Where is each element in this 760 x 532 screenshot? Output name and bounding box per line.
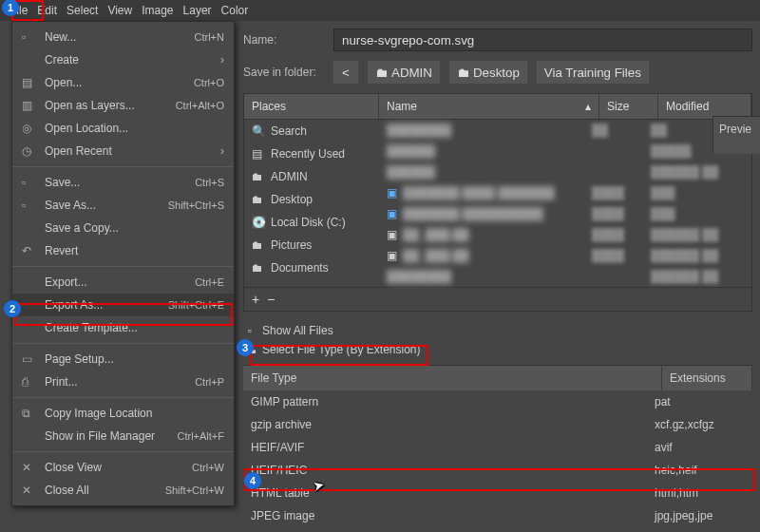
menu-label: Open...: [45, 76, 194, 89]
menu-item-close-view[interactable]: ✕ Close View Ctrl+W: [12, 456, 234, 479]
callout-4: 4: [244, 472, 261, 489]
separator: [12, 343, 234, 344]
menu-item-export[interactable]: Export... Ctrl+E: [12, 271, 234, 294]
file-row[interactable]: ██████████████ ██: [379, 266, 751, 287]
show-all-files-toggle[interactable]: ▫ Show All Files: [243, 321, 752, 340]
ft-type: HEIF/AVIF: [251, 441, 655, 454]
menu-item-create[interactable]: Create ›: [12, 48, 234, 71]
menu-image[interactable]: Image: [142, 4, 173, 17]
file-type-row[interactable]: HEIF/AVIFavif: [243, 436, 752, 459]
disk-icon: 💽: [252, 216, 265, 229]
file-row[interactable]: ▣██_███.████████████ ██: [379, 224, 751, 245]
breadcrumb-desktop[interactable]: 🖿Desktop: [449, 61, 527, 84]
menu-edit[interactable]: Edit: [37, 4, 57, 17]
menubar: File Edit Select View Image Layer Color: [0, 0, 760, 21]
menu-item-print[interactable]: ⎙ Print... Ctrl+P: [12, 370, 234, 393]
menu-item-save[interactable]: ▫ Save... Ctrl+S: [12, 171, 234, 194]
menu-item-save-copy[interactable]: Save a Copy...: [12, 217, 234, 239]
col-extensions[interactable]: Extensions: [662, 366, 752, 390]
menu-shortcut: Ctrl+S: [195, 177, 224, 188]
menu-shortcut: Ctrl+Alt+O: [176, 100, 224, 111]
chevron-right-icon: ›: [220, 53, 224, 66]
file-browser-header: Places Name ▴ Size Modified: [244, 94, 751, 120]
menu-label: Save a Copy...: [45, 221, 224, 235]
ft-ext: html,htm: [655, 486, 745, 500]
menu-label: Close View: [45, 461, 192, 474]
file-row[interactable]: ▣███████ ████ ██████████████: [379, 182, 751, 203]
breadcrumb-current[interactable]: Via Training Files: [537, 61, 649, 84]
menu-label: Revert: [45, 244, 224, 257]
places-label: ADMIN: [271, 170, 308, 183]
opt-label: Select File Type (By Extension): [262, 343, 421, 356]
select-file-type-toggle[interactable]: ▬ Select File Type (By Extension): [243, 340, 752, 359]
menu-label: Page Setup...: [45, 352, 224, 366]
ft-ext: avif: [655, 441, 745, 454]
add-place-button[interactable]: +: [252, 292, 259, 307]
filename-input[interactable]: [333, 28, 752, 51]
menu-label: New...: [45, 30, 195, 44]
menu-item-page-setup[interactable]: ▭ Page Setup...: [12, 348, 234, 370]
places-item-pictures[interactable]: 🖿Pictures: [244, 234, 379, 256]
menu-item-open-layers[interactable]: ▥ Open as Layers... Ctrl+Alt+O: [12, 94, 234, 117]
file-row[interactable]: ▣██_███.████████████ ██: [379, 245, 751, 266]
places-item-local-disk[interactable]: 💽Local Disk (C:): [244, 211, 379, 234]
save-in-label: Save in folder:: [243, 66, 324, 79]
file-type-row[interactable]: gzip archivexcf.gz,xcfgz: [243, 413, 752, 436]
folder-icon: 🖿: [375, 66, 388, 80]
menu-label: Open as Layers...: [45, 99, 176, 112]
menu-item-copy-image-location[interactable]: ⧉ Copy Image Location: [12, 402, 234, 425]
menu-item-show-in-file-manager[interactable]: Show in File Manager Ctrl+Alt+F: [12, 425, 234, 447]
save-icon: ▫: [22, 176, 37, 189]
col-file-type[interactable]: File Type: [243, 366, 662, 390]
file-icon: ▣: [387, 186, 397, 200]
places-item-admin[interactable]: 🖿ADMIN: [244, 165, 379, 188]
file-row[interactable]: ████████████ ██: [379, 162, 751, 182]
col-size[interactable]: Size: [599, 94, 658, 119]
places-label: Documents: [271, 261, 329, 275]
places-item-search[interactable]: 🔍Search: [244, 120, 379, 142]
menu-layer[interactable]: Layer: [183, 4, 212, 17]
places-footer: + −: [244, 287, 751, 311]
places-item-recent[interactable]: ▤Recently Used: [244, 142, 379, 165]
menu-item-open[interactable]: ▤ Open... Ctrl+O: [12, 71, 234, 94]
places-item-documents[interactable]: 🖿Documents: [244, 256, 379, 279]
menu-label: Close All: [45, 484, 165, 497]
file-type-header: File Type Extensions: [243, 366, 752, 390]
name-label: Name:: [243, 33, 324, 47]
file-row[interactable]: ███████████: [379, 141, 751, 162]
menu-item-export-as[interactable]: Export As... Shift+Ctrl+E: [12, 294, 234, 316]
breadcrumb-admin[interactable]: 🖿ADMIN: [368, 61, 440, 84]
menu-label: Open Location...: [45, 122, 224, 135]
places-item-desktop[interactable]: 🖿Desktop: [244, 188, 379, 211]
breadcrumb-back-button[interactable]: <: [333, 61, 358, 84]
separator: [12, 166, 234, 167]
options: ▫ Show All Files ▬ Select File Type (By …: [243, 321, 752, 359]
menu-item-save-as[interactable]: ▫ Save As... Shift+Ctrl+S: [12, 194, 234, 217]
remove-place-button[interactable]: −: [267, 292, 275, 307]
menu-item-revert[interactable]: ↶ Revert: [12, 239, 234, 262]
preview-pane: Previe: [712, 116, 760, 154]
menu-item-open-recent[interactable]: ◷ Open Recent ›: [12, 140, 234, 162]
folder-icon: 🖿: [252, 238, 265, 252]
menu-item-open-location[interactable]: ◎ Open Location...: [12, 117, 234, 140]
globe-icon: ◎: [22, 122, 37, 135]
file-type-row-jpeg[interactable]: JPEG imagejpg,jpeg,jpe: [243, 504, 752, 527]
file-row[interactable]: ████████████: [379, 120, 751, 141]
ft-type: gzip archive: [251, 418, 655, 431]
ft-ext: xcf.gz,xcfgz: [655, 418, 745, 431]
callout-3: 3: [237, 339, 254, 356]
menu-color[interactable]: Color: [221, 4, 249, 17]
file-type-row[interactable]: GIMP patternpat: [243, 390, 752, 413]
opt-label: Show All Files: [262, 324, 333, 337]
menu-select[interactable]: Select: [66, 4, 98, 17]
col-places[interactable]: Places: [244, 94, 379, 119]
separator: [12, 266, 234, 267]
col-name[interactable]: Name ▴: [379, 94, 599, 119]
ft-type: HTML table: [251, 486, 655, 500]
menu-item-create-template[interactable]: Create Template...: [12, 316, 234, 339]
menu-item-close-all[interactable]: ✕ Close All Shift+Ctrl+W: [12, 479, 234, 502]
menu-view[interactable]: View: [107, 4, 132, 17]
menu-item-new[interactable]: ▫ New... Ctrl+N: [12, 26, 234, 48]
folder-icon: 🖿: [252, 170, 265, 183]
file-row[interactable]: ▣███████ █████████████████: [379, 203, 751, 224]
